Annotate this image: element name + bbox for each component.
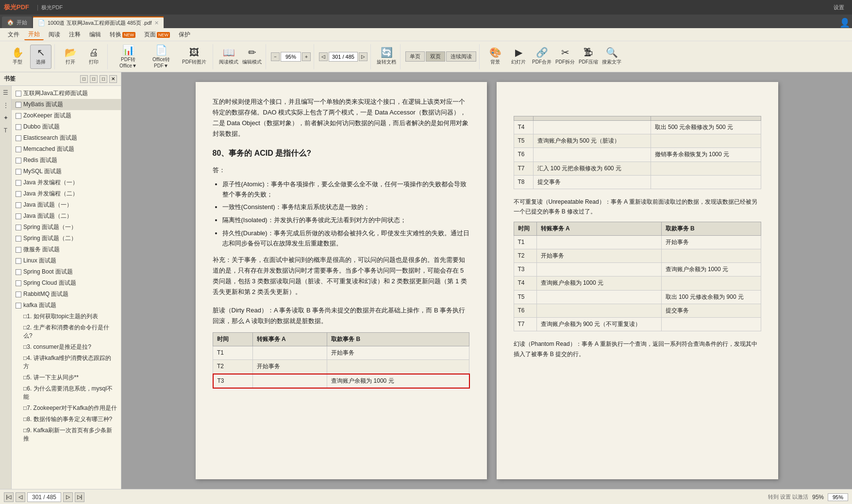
sidebar-item-spring2[interactable]: Spring 面试题（二）	[12, 233, 121, 244]
checkbox-rabbitmq[interactable]	[16, 292, 21, 297]
tab-home[interactable]: 🏠 开始	[2, 16, 32, 28]
sidebar-item-java[interactable]: 互联网Java工程师面试题	[12, 88, 121, 99]
search-text-btn[interactable]: 🔍 搜索文字	[601, 45, 622, 69]
sidebar-item-kafka-q2[interactable]: □2. 生产者和消费者的命令行是什么?	[12, 322, 121, 341]
sidebar-icon-star[interactable]: ✦	[1, 113, 11, 123]
checkbox-redis[interactable]	[16, 158, 21, 163]
rotate-btn[interactable]: 🔄 旋转文档	[376, 45, 397, 69]
sidebar-ctrl-2[interactable]: □	[90, 75, 98, 83]
background-btn[interactable]: 🎨 背景	[484, 45, 506, 69]
tab-pdf[interactable]: 📄 1000道 互联网Java工程师面试题 485页 .pdf ✕	[33, 16, 164, 28]
menu-read[interactable]: 阅读	[45, 30, 64, 40]
sidebar-item-kafka-q3[interactable]: □3. consumer是推还是拉?	[12, 341, 121, 353]
slideshow-btn[interactable]: ▶ 幻灯片	[508, 45, 529, 69]
sidebar-item-java-concur2[interactable]: Java 并发编程（二）	[12, 188, 121, 199]
checkbox-mybatis[interactable]	[16, 102, 21, 108]
sidebar-item-kafka[interactable]: kafka 面试题	[12, 300, 121, 311]
sidebar-item-java-q1[interactable]: Java 面试题（一）	[12, 199, 121, 211]
pdf-split-btn[interactable]: ✂ PDF拆分	[554, 45, 576, 69]
select-tool-btn[interactable]: ↖ 选择	[30, 45, 51, 69]
sidebar-item-kafka-q6[interactable]: □6. 为什么需要消息系统，mysql不能	[12, 383, 121, 403]
last-page-btn[interactable]: ▷|	[75, 492, 84, 502]
sidebar-item-spring1[interactable]: Spring 面试题（一）	[12, 222, 121, 233]
checkbox-java-concur2[interactable]	[16, 191, 21, 197]
sidebar-item-kafka-q7[interactable]: □7. Zookeeper对于Kafka的作用是什	[12, 403, 121, 414]
sidebar-item-kafka-q8[interactable]: □8. 数据传输的事务定义有哪三种?	[12, 414, 121, 425]
checkbox-microservice[interactable]	[16, 247, 21, 253]
avatar-icon[interactable]: 👤	[839, 17, 850, 28]
menu-convert[interactable]: 转换NEW	[106, 30, 139, 40]
sidebar-icon-grid[interactable]: ⋮	[1, 100, 11, 110]
checkbox-springboot[interactable]	[16, 269, 21, 275]
sidebar-item-kafka-q1[interactable]: □1. 如何获取topic主题的列表	[12, 311, 121, 322]
sidebar-item-mybatis[interactable]: MyBatis 面试题	[12, 99, 121, 110]
checkbox-kafka[interactable]	[16, 303, 21, 309]
pdf-to-office-btn[interactable]: 📊 PDF转Office▼	[113, 45, 144, 69]
continuous-btn[interactable]: 连续阅读	[446, 51, 476, 62]
pdf-merge-btn[interactable]: 🔗 PDF合并	[531, 45, 552, 69]
edit-mode-btn[interactable]: ✏ 编辑模式	[241, 45, 263, 69]
checkbox-java-q1[interactable]	[16, 202, 21, 208]
sidebar-item-mysql[interactable]: MySQL 面试题	[12, 166, 121, 177]
prev-page-status-btn[interactable]: ◁	[16, 492, 25, 502]
sidebar-item-kafka-q5[interactable]: □5. 讲一下主从同步**	[12, 372, 121, 383]
checkbox-spring1[interactable]	[16, 225, 21, 230]
menu-start[interactable]: 开始	[24, 29, 44, 40]
sidebar-item-redis[interactable]: Redis 面试题	[12, 155, 121, 166]
menu-protect[interactable]: 保护	[175, 30, 194, 40]
sidebar-item-springboot[interactable]: Spring Boot 面试题	[12, 266, 121, 277]
checkbox-es[interactable]	[16, 135, 21, 141]
sidebar-item-rabbitmq[interactable]: RabbitMQ 面试题	[12, 289, 121, 300]
checkbox-mysql[interactable]	[16, 169, 21, 175]
next-page-btn[interactable]: ▷	[359, 52, 368, 61]
sidebar-icon-list[interactable]: ☰	[1, 88, 11, 98]
pdf-to-img-btn[interactable]: 🖼 PDF转图片	[179, 45, 210, 69]
hand-tool-btn[interactable]: ✋ 手型	[7, 45, 28, 69]
next-page-status-btn[interactable]: ▷	[63, 492, 73, 502]
office-to-pdf-btn[interactable]: 📄 Office转PDF▼	[146, 45, 177, 69]
first-page-btn[interactable]: |◁	[4, 492, 14, 502]
sidebar-close-btn[interactable]: ✕	[109, 75, 117, 83]
prev-page-btn[interactable]: ◁	[319, 52, 328, 61]
checkbox-java-concur1[interactable]	[16, 180, 21, 186]
sidebar-item-es[interactable]: Elasticsearch 面试题	[12, 132, 121, 144]
sidebar-item-java-q2[interactable]: Java 面试题（二）	[12, 211, 121, 222]
checkbox-memcached[interactable]	[16, 146, 21, 152]
menu-page[interactable]: 页面NEW	[140, 30, 174, 40]
print-btn[interactable]: 🖨 打印	[83, 45, 104, 69]
checkbox-dubbo[interactable]	[16, 124, 21, 130]
checkbox-zookeeper[interactable]	[16, 113, 21, 119]
sidebar-item-dubbo[interactable]: Dubbo 面试题	[12, 121, 121, 132]
read-mode-btn[interactable]: 📖 阅读模式	[218, 45, 239, 69]
pdf-compress-btn[interactable]: 🗜 PDF压缩	[578, 45, 599, 69]
sidebar-icon-text[interactable]: T	[1, 126, 11, 135]
sidebar-item-java-concur1[interactable]: Java 并发编程（一）	[12, 177, 121, 188]
zoom-status-input[interactable]	[828, 493, 848, 501]
sidebar-ctrl-3[interactable]: □	[100, 75, 107, 83]
sidebar-item-memcached[interactable]: Memcached 面试题	[12, 144, 121, 155]
settings-label[interactable]: 设置	[834, 4, 844, 11]
menu-edit[interactable]: 编辑	[85, 30, 105, 40]
checkbox-springcloud[interactable]	[16, 280, 21, 286]
checkbox-java[interactable]	[16, 91, 21, 97]
page-input[interactable]	[329, 52, 358, 62]
zoom-out-btn[interactable]: －	[271, 52, 280, 61]
open-btn[interactable]: 📂 打开	[60, 45, 81, 69]
zoom-in-btn[interactable]: ＋	[302, 52, 311, 61]
sidebar-item-kafka-q4[interactable]: □4. 讲讲kafka维护消费状态跟踪的方	[12, 353, 121, 372]
sidebar-item-springcloud[interactable]: Spring Cloud 面试题	[12, 277, 121, 289]
sidebar-ctrl-1[interactable]: □	[80, 75, 88, 83]
single-page-btn[interactable]: 单页	[405, 51, 425, 62]
checkbox-java-q2[interactable]	[16, 213, 21, 219]
menu-file[interactable]: 文件	[4, 30, 23, 40]
sidebar-item-linux[interactable]: Linux 面试题	[12, 255, 121, 266]
menu-annotate[interactable]: 注释	[65, 30, 84, 40]
sidebar-item-microservice[interactable]: 微服务 面试题	[12, 244, 121, 255]
tab-close-button[interactable]: ✕	[154, 20, 159, 26]
zoom-input[interactable]	[281, 52, 301, 62]
sidebar-item-zookeeper[interactable]: ZooKeeper 面试题	[12, 110, 121, 121]
checkbox-linux[interactable]	[16, 258, 21, 264]
sidebar-item-kafka-q9[interactable]: □9. Kafka刷新一次首页有多少条新推	[12, 425, 121, 444]
double-page-btn[interactable]: 双页	[426, 51, 445, 62]
checkbox-spring2[interactable]	[16, 236, 21, 242]
